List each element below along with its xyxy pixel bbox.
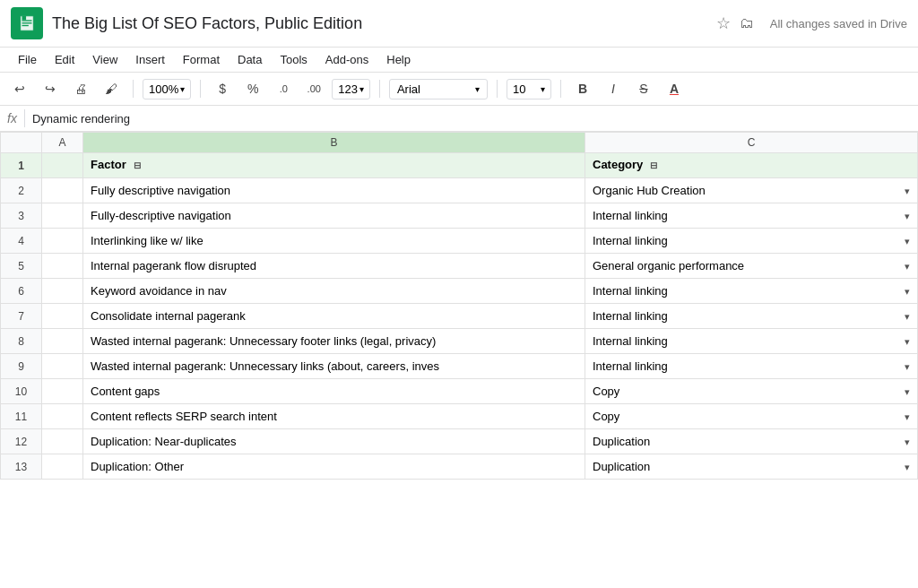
table-row[interactable]: 11Content reflects SERP search intentCop… [1,404,918,429]
table-row[interactable]: 5Internal pagerank flow disruptedGeneral… [1,254,918,279]
category-dropdown-arrow[interactable]: ▾ [905,462,910,473]
table-row[interactable]: 1Factor⊟Category⊟ [1,153,918,178]
bold-button[interactable]: B [570,76,595,101]
font-color-button[interactable]: A [662,76,687,101]
category-dropdown-arrow[interactable]: ▾ [905,286,910,298]
cell-factor[interactable]: Duplication: Near-duplicates [83,429,585,454]
menu-addons[interactable]: Add-ons [318,49,376,70]
category-dropdown-arrow[interactable]: ▾ [905,261,910,272]
cell-factor[interactable]: Content gaps [83,379,585,404]
redo-button[interactable]: ↪ [38,76,63,101]
cell-a[interactable] [42,429,83,454]
undo-button[interactable]: ↩ [7,76,32,101]
cell-category[interactable]: General organic performance▾ [585,254,918,279]
table-row[interactable]: 8Wasted internal pagerank: Unnecessary f… [1,329,918,354]
folder-icon[interactable]: 🗂 [740,15,754,31]
category-dropdown-arrow[interactable]: ▾ [905,186,910,197]
cell-a[interactable] [42,254,83,279]
cell-factor[interactable]: Wasted internal pagerank: Unnecessary li… [83,354,585,379]
cell-a[interactable] [42,178,83,203]
cell-factor[interactable]: Content reflects SERP search intent [83,404,585,429]
cell-a[interactable] [42,304,83,329]
cell-a[interactable] [42,354,83,379]
cell-factor[interactable]: Consolidate internal pagerank [83,304,585,329]
cell-factor[interactable]: Fully-descriptive navigation [83,203,585,229]
filter-icon-factor[interactable]: ⊟ [130,159,144,173]
category-dropdown-arrow[interactable]: ▾ [905,236,910,247]
cell-category[interactable]: Internal linking▾ [585,279,918,304]
table-row[interactable]: 12Duplication: Near-duplicatesDuplicatio… [1,429,918,454]
col-header-b[interactable]: B [83,133,585,153]
category-dropdown-arrow[interactable]: ▾ [905,386,910,398]
cell-a[interactable] [42,329,83,354]
cell-a[interactable] [42,454,83,480]
cell-a[interactable] [42,229,83,254]
cell-factor[interactable]: Internal pagerank flow disrupted [83,254,585,279]
cell-category[interactable]: Internal linking▾ [585,329,918,354]
cell-factor[interactable]: Factor⊟ [83,153,585,178]
cell-category[interactable]: Copy▾ [585,404,918,429]
font-selector[interactable]: Arial ▾ [389,79,488,99]
category-dropdown-arrow[interactable]: ▾ [905,411,910,423]
formula-content[interactable]: Dynamic rendering [32,112,130,125]
cell-factor[interactable]: Duplication: Other [83,454,585,480]
paint-format-button[interactable]: 🖌 [99,76,124,101]
table-row[interactable]: 10Content gapsCopy▾ [1,379,918,404]
row-number: 13 [1,454,42,480]
cell-a[interactable] [42,203,83,229]
cell-category[interactable]: Category⊟ [585,153,918,178]
cell-category[interactable]: Organic Hub Creation▾ [585,178,918,203]
cell-a[interactable] [42,153,83,178]
row-number: 8 [1,329,42,354]
category-dropdown-arrow[interactable]: ▾ [905,211,910,222]
menu-file[interactable]: File [11,49,44,70]
menu-data[interactable]: Data [230,49,269,70]
menu-view[interactable]: View [85,49,125,70]
cell-category[interactable]: Duplication▾ [585,429,918,454]
cell-factor[interactable]: Interlinking like w/ like [83,229,585,254]
font-size-selector[interactable]: 10 ▾ [507,79,551,99]
menu-insert[interactable]: Insert [128,49,172,70]
row-number: 4 [1,229,42,254]
cell-category[interactable]: Duplication▾ [585,454,918,480]
category-dropdown-arrow[interactable]: ▾ [905,361,910,373]
star-icon[interactable]: ☆ [716,13,731,33]
cell-category[interactable]: Internal linking▾ [585,304,918,329]
print-button[interactable]: 🖨 [68,76,93,101]
table-row[interactable]: 3Fully-descriptive navigationInternal li… [1,203,918,229]
decimal-inc-button[interactable]: .00 [301,76,326,101]
cell-category[interactable]: Internal linking▾ [585,229,918,254]
category-dropdown-arrow[interactable]: ▾ [905,336,910,348]
cell-factor[interactable]: Keyword avoidance in nav [83,279,585,304]
number-format-selector[interactable]: 123 ▾ [332,79,370,99]
table-row[interactable]: 7Consolidate internal pagerankInternal l… [1,304,918,329]
category-dropdown-arrow[interactable]: ▾ [905,311,910,323]
cell-a[interactable] [42,279,83,304]
zoom-selector[interactable]: 100% ▾ [143,79,191,99]
cell-a[interactable] [42,404,83,429]
decimal-dec-button[interactable]: .0 [271,76,296,101]
table-row[interactable]: 2Fully descriptive navigationOrganic Hub… [1,178,918,203]
cell-category[interactable]: Internal linking▾ [585,354,918,379]
table-row[interactable]: 13Duplication: OtherDuplication▾ [1,454,918,480]
category-dropdown-arrow[interactable]: ▾ [905,437,910,448]
table-row[interactable]: 4Interlinking like w/ likeInternal linki… [1,229,918,254]
currency-button[interactable]: $ [210,76,235,101]
cell-category[interactable]: Internal linking▾ [585,203,918,229]
strikethrough-button[interactable]: S [631,76,656,101]
cell-a[interactable] [42,379,83,404]
col-header-c[interactable]: C [585,133,918,153]
percent-button[interactable]: % [240,76,265,101]
cell-factor[interactable]: Wasted internal pagerank: Unnecessary fo… [83,329,585,354]
italic-button[interactable]: I [601,76,626,101]
menu-help[interactable]: Help [379,49,418,70]
cell-factor[interactable]: Fully descriptive navigation [83,178,585,203]
table-row[interactable]: 6Keyword avoidance in navInternal linkin… [1,279,918,304]
menu-tools[interactable]: Tools [273,49,314,70]
menu-edit[interactable]: Edit [48,49,82,70]
cell-category[interactable]: Copy▾ [585,379,918,404]
filter-icon-category[interactable]: ⊟ [646,159,661,173]
table-row[interactable]: 9Wasted internal pagerank: Unnecessary l… [1,354,918,379]
col-header-a[interactable]: A [42,133,83,153]
menu-format[interactable]: Format [176,49,227,70]
